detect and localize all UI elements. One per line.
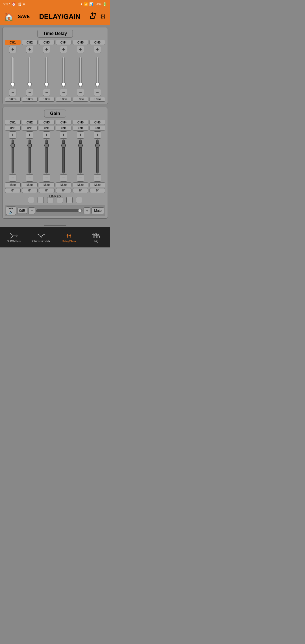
delay-ch6-minus[interactable]: − — [94, 89, 101, 96]
delay-ch5-track[interactable] — [79, 57, 82, 88]
gain-ch1-minus[interactable]: − — [9, 174, 16, 182]
delay-ch1-minus[interactable]: − — [9, 89, 16, 96]
gain-ch6-mute[interactable]: Mute — [90, 182, 105, 187]
delay-ch5-label[interactable]: CH5 — [73, 40, 88, 45]
gain-ch1-label[interactable]: CH1 — [5, 120, 21, 125]
gain-ch2-minus[interactable]: − — [26, 174, 33, 182]
gain-ch4-label[interactable]: CH4 — [56, 120, 71, 125]
gain-ch4-track[interactable] — [62, 140, 65, 173]
delay-ch2-slider-wrap — [22, 54, 38, 88]
delay-ch4-label[interactable]: CH4 — [56, 40, 71, 45]
delay-ch5-minus[interactable]: − — [77, 89, 84, 96]
gain-ch4-col: CH4 0dB + − Mute 0° — [56, 120, 71, 193]
delay-ch2-col: CH2 + − 0.0ms — [22, 40, 38, 102]
gain-ch3-db: 0dB — [39, 126, 55, 130]
delay-ch3-track[interactable] — [45, 57, 48, 88]
delay-ch5-plus[interactable]: + — [77, 46, 84, 53]
status-time: 9:37 — [3, 2, 10, 6]
delay-ch2-track[interactable] — [29, 57, 31, 88]
delay-ch4-plus[interactable]: + — [60, 46, 67, 53]
delay-ch2-minus[interactable]: − — [26, 89, 33, 96]
vol-icon-button[interactable]: VOL 🔊 — [6, 206, 16, 215]
gain-ch1-thumb[interactable] — [10, 143, 15, 148]
vol-slider-thumb[interactable] — [78, 209, 82, 213]
vol-mute-button[interactable]: Mute — [91, 207, 104, 214]
delay-ch6-track[interactable] — [96, 57, 99, 88]
nav-delaygain[interactable]: Delay/Gain — [55, 233, 83, 243]
save-button[interactable]: SAVE — [18, 14, 30, 19]
delay-ch4-thumb[interactable] — [61, 82, 66, 86]
delay-ch4-minus[interactable]: − — [60, 89, 67, 96]
delay-ch1-thumb[interactable] — [10, 82, 15, 86]
delay-ch3-label[interactable]: CH3 — [39, 40, 55, 45]
nav-eq[interactable]: EQ — [83, 233, 110, 243]
vol-slider[interactable] — [36, 209, 82, 212]
gain-ch5-label[interactable]: CH5 — [73, 120, 88, 125]
settings-button[interactable]: ⚙ — [100, 13, 106, 21]
gain-ch6-minus[interactable]: − — [94, 174, 101, 182]
delay-ch3-value: 0.0ms — [39, 97, 55, 102]
crossover-icon — [37, 233, 45, 239]
gain-ch5-thumb[interactable] — [78, 143, 83, 148]
gain-ch4-plus[interactable]: + — [60, 131, 67, 139]
delay-ch3-thumb[interactable] — [44, 82, 49, 86]
link-box-2[interactable] — [38, 197, 44, 203]
delay-ch5-col: CH5 + − 0.0ms — [73, 40, 88, 102]
delay-ch1-label[interactable]: CH1 — [5, 40, 21, 45]
gain-ch3-thumb[interactable] — [44, 143, 49, 148]
link-box-5[interactable] — [66, 197, 73, 203]
delay-ch2-label[interactable]: CH2 — [22, 40, 38, 45]
gain-ch5-plus[interactable]: + — [77, 131, 84, 139]
gain-ch2-plus[interactable]: + — [26, 131, 33, 139]
delay-ch2-thumb[interactable] — [27, 82, 32, 86]
delay-ch5-thumb[interactable] — [78, 82, 83, 86]
delay-ch1-plus[interactable]: + — [9, 46, 16, 53]
delay-ch1-track[interactable] — [12, 57, 14, 88]
delay-ch2-plus[interactable]: + — [26, 46, 33, 53]
gain-ch6-thumb[interactable] — [95, 143, 100, 148]
gain-ch3-label[interactable]: CH3 — [39, 120, 55, 125]
gain-ch6-plus[interactable]: + — [94, 131, 101, 139]
gain-ch6-label[interactable]: CH6 — [90, 120, 105, 125]
gain-ch4-mute[interactable]: Mute — [56, 182, 71, 187]
gain-ch1-plus[interactable]: + — [9, 131, 16, 139]
vol-minus[interactable]: − — [28, 207, 35, 214]
gain-ch1-track[interactable] — [12, 140, 14, 173]
svg-rect-0 — [90, 16, 94, 19]
gain-ch5-minus[interactable]: − — [77, 174, 84, 182]
delay-ch3-minus[interactable]: − — [43, 89, 50, 96]
gain-ch4-minus[interactable]: − — [60, 174, 67, 182]
vol-plus[interactable]: + — [84, 207, 90, 214]
gain-ch2-label[interactable]: CH2 — [22, 120, 38, 125]
link-box-6[interactable] — [76, 197, 82, 203]
linked-container: LINKED — [5, 197, 105, 203]
page-title: DELAY/GAIN — [32, 13, 87, 21]
gain-ch6-track[interactable] — [96, 140, 99, 173]
nav-crossover[interactable]: CROSSOVER — [28, 233, 55, 243]
export-button[interactable] — [90, 12, 97, 21]
delay-ch6-slider-wrap — [90, 54, 105, 88]
gain-ch4-thumb[interactable] — [61, 143, 66, 148]
gain-ch3-minus[interactable]: − — [43, 174, 50, 182]
gain-ch3-plus[interactable]: + — [43, 131, 50, 139]
gain-ch3-mute[interactable]: Mute — [39, 182, 55, 187]
gain-ch6-db: 0dB — [90, 126, 105, 130]
gain-ch5-track[interactable] — [79, 140, 82, 173]
link-box-1[interactable] — [28, 197, 34, 203]
gain-ch3-track[interactable] — [45, 140, 48, 173]
delay-ch4-slider-wrap — [56, 54, 71, 88]
gain-ch2-mute[interactable]: Mute — [22, 182, 38, 187]
delay-ch1-col: CH1 + − 0.0ms — [5, 40, 21, 102]
home-button[interactable]: 🏠 — [4, 12, 14, 21]
gain-ch5-mute[interactable]: Mute — [73, 182, 88, 187]
delay-ch6-thumb[interactable] — [95, 82, 100, 86]
gain-ch2-track[interactable] — [29, 140, 31, 173]
delay-ch6-plus[interactable]: + — [94, 46, 101, 53]
gain-ch2-thumb[interactable] — [27, 143, 32, 148]
delay-ch3-plus[interactable]: + — [43, 46, 50, 53]
nav-summing[interactable]: SUMMING — [0, 233, 28, 243]
vol-db-display[interactable]: 0dB — [17, 208, 27, 214]
gain-ch1-mute[interactable]: Mute — [5, 182, 21, 187]
delay-ch4-track[interactable] — [62, 57, 65, 88]
delay-ch6-label[interactable]: CH6 — [90, 40, 105, 45]
